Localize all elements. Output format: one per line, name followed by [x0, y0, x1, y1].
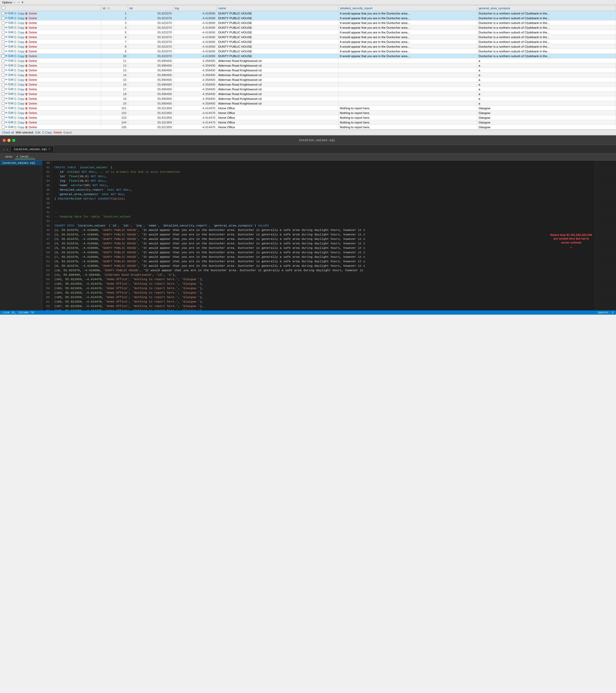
- header-lng-col[interactable]: lng: [173, 5, 216, 11]
- row-checkbox[interactable]: [2, 97, 5, 100]
- row-checkbox[interactable]: [2, 69, 5, 72]
- maximize-button[interactable]: [12, 139, 15, 142]
- delete-link[interactable]: 🗑 Delete: [25, 125, 37, 129]
- row-checkbox[interactable]: [2, 102, 5, 105]
- delete-link[interactable]: 🗑 Delete: [25, 59, 37, 62]
- edit-link[interactable]: ✏ Edit: [5, 54, 14, 58]
- edit-link[interactable]: ✏ Edit: [5, 21, 14, 24]
- row-checkbox[interactable]: [2, 50, 5, 53]
- edit-link[interactable]: ✏ Edit: [5, 40, 14, 43]
- sidebar-file-item[interactable]: location_values.sql: [0, 161, 42, 165]
- copy-link[interactable]: 🗋 Copy: [14, 31, 24, 34]
- open-label[interactable]: OPEN: [4, 155, 14, 159]
- copy-link[interactable]: 🗋 Copy: [14, 78, 24, 81]
- row-checkbox[interactable]: [2, 125, 5, 129]
- copy-link[interactable]: 🗋 Copy: [14, 102, 24, 105]
- row-checkbox[interactable]: [2, 78, 5, 81]
- row-checkbox[interactable]: [2, 74, 5, 77]
- tab-nav-right[interactable]: ›: [5, 147, 9, 152]
- copy-link[interactable]: 🗋 Copy: [14, 83, 24, 86]
- copy-link[interactable]: 🗋 Copy: [14, 88, 24, 91]
- delete-link[interactable]: 🗑 Delete: [25, 31, 37, 34]
- row-checkbox[interactable]: [2, 64, 5, 67]
- copy-link[interactable]: 🗋 Copy: [14, 26, 24, 29]
- edit-link[interactable]: ✏ Edit: [5, 87, 14, 91]
- delete-link[interactable]: 🗑 Delete: [25, 17, 37, 20]
- edit-link[interactable]: ✏ Edit: [5, 125, 14, 129]
- copy-link[interactable]: 🗋 Copy: [14, 21, 24, 24]
- edit-link[interactable]: ✏ Edit: [5, 111, 14, 115]
- edit-link[interactable]: ✏ Edit: [5, 116, 14, 119]
- row-checkbox[interactable]: [2, 88, 5, 91]
- header-synopsis-col[interactable]: general_area_synopsis: [477, 5, 616, 11]
- tab-close-icon[interactable]: ×: [49, 147, 50, 151]
- edit-link[interactable]: ✏ Edit: [5, 102, 14, 105]
- editor-tab-location-values[interactable]: location_values.sql ×: [10, 146, 54, 152]
- copy-link[interactable]: 🗋 Copy: [14, 50, 24, 53]
- row-checkbox[interactable]: [2, 93, 5, 96]
- tab-nav-left[interactable]: ‹: [2, 147, 5, 152]
- editor-content[interactable]: 3031323334353637383940414243444546474849…: [42, 161, 595, 311]
- bulk-export-btn[interactable]: Export: [63, 131, 72, 134]
- row-checkbox[interactable]: [2, 55, 5, 58]
- row-checkbox[interactable]: [2, 111, 5, 115]
- copy-link[interactable]: 🗋 Copy: [14, 55, 24, 58]
- delete-link[interactable]: 🗑 Delete: [25, 12, 37, 15]
- edit-link[interactable]: ✏ Edit: [5, 97, 14, 100]
- row-checkbox[interactable]: [2, 31, 5, 34]
- delete-link[interactable]: 🗑 Delete: [25, 93, 37, 96]
- row-checkbox[interactable]: [2, 83, 5, 86]
- copy-link[interactable]: 🗋 Copy: [14, 111, 24, 115]
- bulk-copy-btn[interactable]: 🗋 Copy: [42, 131, 52, 134]
- bulk-delete-btn[interactable]: Delete: [54, 131, 62, 134]
- edit-link[interactable]: ✏ Edit: [5, 50, 14, 53]
- copy-link[interactable]: 🗋 Copy: [14, 64, 24, 67]
- minimize-button[interactable]: [7, 139, 11, 142]
- delete-link[interactable]: 🗑 Delete: [25, 88, 37, 91]
- delete-link[interactable]: 🗑 Delete: [25, 107, 37, 110]
- bulk-edit-btn[interactable]: Edit: [35, 131, 40, 134]
- edit-link[interactable]: ✏ Edit: [5, 64, 14, 67]
- code-content[interactable]: CREATE TABLE `location_values` ( `id` in…: [52, 161, 595, 311]
- delete-link[interactable]: 🗑 Delete: [25, 121, 37, 124]
- edit-link[interactable]: ✏ Edit: [5, 121, 14, 124]
- copy-link[interactable]: 🗋 Copy: [14, 74, 24, 77]
- edit-link[interactable]: ✏ Edit: [5, 68, 14, 72]
- row-checkbox[interactable]: [2, 36, 5, 39]
- delete-link[interactable]: 🗑 Delete: [25, 64, 37, 67]
- delete-link[interactable]: 🗑 Delete: [25, 40, 37, 43]
- row-checkbox[interactable]: [2, 12, 5, 15]
- row-checkbox[interactable]: [2, 40, 5, 43]
- copy-link[interactable]: 🗋 Copy: [14, 93, 24, 96]
- copy-link[interactable]: 🗋 Copy: [14, 125, 24, 129]
- header-id-col[interactable]: id ↑ 1: [101, 5, 128, 11]
- edit-link[interactable]: ✏ Edit: [5, 92, 14, 96]
- delete-link[interactable]: 🗑 Delete: [25, 83, 37, 86]
- check-all-label[interactable]: Check all: [2, 131, 14, 134]
- delete-link[interactable]: 🗑 Delete: [25, 74, 37, 77]
- edit-link[interactable]: ✏ Edit: [5, 73, 14, 77]
- copy-link[interactable]: 🗋 Copy: [14, 69, 24, 72]
- copy-link[interactable]: 🗋 Copy: [14, 121, 24, 124]
- delete-link[interactable]: 🗑 Delete: [25, 26, 37, 29]
- local-label[interactable]: x local...: [15, 155, 35, 159]
- copy-link[interactable]: 🗋 Copy: [14, 17, 24, 20]
- row-checkbox[interactable]: [2, 59, 5, 62]
- row-checkbox[interactable]: [2, 121, 5, 124]
- delete-link[interactable]: 🗑 Delete: [25, 116, 37, 119]
- delete-link[interactable]: 🗑 Delete: [25, 36, 37, 39]
- delete-link[interactable]: 🗑 Delete: [25, 78, 37, 81]
- row-checkbox[interactable]: [2, 21, 5, 24]
- delete-link[interactable]: 🗑 Delete: [25, 97, 37, 100]
- delete-link[interactable]: 🗑 Delete: [25, 69, 37, 72]
- edit-link[interactable]: ✏ Edit: [5, 106, 14, 110]
- edit-link[interactable]: ✏ Edit: [5, 31, 14, 34]
- edit-link[interactable]: ✏ Edit: [5, 45, 14, 48]
- copy-link[interactable]: 🗋 Copy: [14, 36, 24, 39]
- edit-link[interactable]: ✏ Edit: [5, 16, 14, 20]
- row-checkbox[interactable]: [2, 17, 5, 20]
- edit-link[interactable]: ✏ Edit: [5, 83, 14, 86]
- row-checkbox[interactable]: [2, 116, 5, 119]
- edit-link[interactable]: ✏ Edit: [5, 78, 14, 81]
- delete-link[interactable]: 🗑 Delete: [25, 111, 37, 115]
